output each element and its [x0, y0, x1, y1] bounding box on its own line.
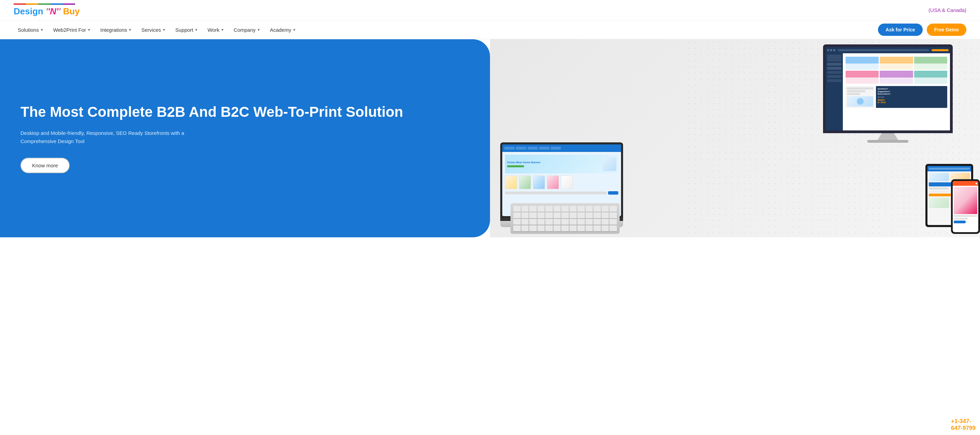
nav-bar: Solutions ▼ Web2Print For ▼ Integrations…: [0, 21, 980, 39]
contact-region: (USA & Canada): [929, 7, 966, 13]
hero-section: The Most Complete B2B And B2C Web-To-Pri…: [0, 39, 980, 237]
free-demo-button[interactable]: Free Demo: [927, 24, 966, 36]
phone-text-line: [954, 215, 977, 217]
key: [578, 219, 585, 225]
tablet-top-bar: [928, 166, 971, 171]
key: [522, 219, 529, 225]
monitor-base: [867, 140, 908, 143]
key: [513, 206, 521, 212]
key: [522, 206, 529, 212]
laptop-banner: Ocean Blue Home Banner: [505, 155, 618, 174]
key: [529, 212, 537, 218]
key: [585, 206, 593, 212]
nav-item-support[interactable]: Support ▼: [171, 24, 202, 35]
key: [554, 225, 561, 231]
phone-text-line-short: [954, 218, 968, 220]
chevron-down-icon: ▼: [221, 28, 224, 32]
logo-color-bars: [14, 3, 75, 5]
ask-price-button[interactable]: Ask for Price: [878, 24, 922, 36]
hero-subtitle: Desktop and Mobile-friendly, Responsive,…: [21, 129, 184, 145]
keyboard: [511, 203, 620, 234]
key: [585, 225, 593, 231]
nav-item-company[interactable]: Company ▼: [230, 24, 264, 35]
nav-item-integrations[interactable]: Integrations ▼: [96, 24, 136, 35]
key: [601, 206, 609, 212]
key: [538, 225, 545, 231]
key: [609, 225, 617, 231]
key: [561, 212, 569, 218]
monitor-sidebar: [826, 53, 843, 131]
hero-right-panel: Questions?Suggestions?Reservations? Just…: [490, 39, 980, 237]
nav-item-solutions[interactable]: Solutions ▼: [14, 24, 48, 35]
chevron-down-icon: ▼: [293, 28, 296, 32]
contact-info: (USA & Canada) +1-347-647-9799: [929, 7, 966, 13]
key: [513, 219, 521, 225]
chevron-down-icon: ▼: [162, 28, 166, 32]
key: [593, 219, 601, 225]
key: [609, 206, 617, 212]
key: [601, 225, 609, 231]
key: [609, 219, 617, 225]
key: [545, 219, 553, 225]
key: [593, 225, 601, 231]
key: [570, 212, 577, 218]
key: [570, 206, 577, 212]
chevron-down-icon: ▼: [128, 28, 132, 32]
chevron-down-icon: ▼: [194, 28, 198, 32]
key: [578, 212, 585, 218]
key: [545, 225, 553, 231]
key: [529, 225, 537, 231]
logo-text: Design ''N'' Buy: [14, 6, 80, 17]
phone-screen: [953, 181, 978, 232]
key: [529, 219, 537, 225]
nav-items: Solutions ▼ Web2Print For ▼ Integrations…: [14, 24, 878, 35]
monitor-main-content: Questions?Suggestions?Reservations? Just…: [843, 53, 950, 131]
phone-hero-image: [954, 187, 977, 214]
laptop-banner-image: [603, 158, 616, 171]
monitor-stand: [878, 133, 898, 140]
hero-title: The Most Complete B2B And B2C Web-To-Pri…: [21, 104, 469, 121]
key: [522, 212, 529, 218]
chevron-down-icon: ▼: [40, 28, 44, 32]
nav-item-web2print[interactable]: Web2Print For ▼: [49, 24, 95, 35]
phone-header: [953, 181, 978, 186]
desktop-monitor: Questions?Suggestions?Reservations? Just…: [823, 45, 953, 143]
phone-frame: [951, 179, 980, 234]
key: [561, 225, 569, 231]
key: [538, 206, 545, 212]
monitor-screen: Questions?Suggestions?Reservations? Just…: [823, 45, 953, 133]
key: [522, 225, 529, 231]
key: [601, 219, 609, 225]
key: [578, 206, 585, 212]
key: [554, 206, 561, 212]
nav-item-services[interactable]: Services ▼: [137, 24, 170, 35]
key: [545, 212, 553, 218]
nav-buttons: Ask for Price Free Demo: [878, 24, 966, 36]
key: [561, 219, 569, 225]
key: [538, 212, 545, 218]
key: [570, 225, 577, 231]
logo[interactable]: Design ''N'' Buy: [14, 3, 80, 17]
key: [513, 212, 521, 218]
top-bar: Design ''N'' Buy (USA & Canada) +1-347-6…: [0, 0, 980, 21]
know-more-button[interactable]: Know more: [21, 158, 70, 173]
key: [585, 219, 593, 225]
laptop-nav: [502, 145, 621, 152]
hero-left-panel: The Most Complete B2B And B2C Web-To-Pri…: [0, 39, 490, 237]
key: [593, 212, 601, 218]
phone-content: [953, 186, 978, 224]
nav-item-academy[interactable]: Academy ▼: [266, 24, 300, 35]
key: [585, 212, 593, 218]
key: [561, 206, 569, 212]
laptop-content: Ocean Blue Home Banner: [502, 152, 621, 198]
key: [593, 206, 601, 212]
nav-item-work[interactable]: Work ▼: [204, 24, 228, 35]
monitor-top-bar: [826, 47, 950, 53]
key: [578, 225, 585, 231]
key: [554, 219, 561, 225]
phone-status-dot: [975, 183, 977, 184]
key: [529, 206, 537, 212]
key: [554, 212, 561, 218]
key: [513, 225, 521, 231]
key: [545, 206, 553, 212]
